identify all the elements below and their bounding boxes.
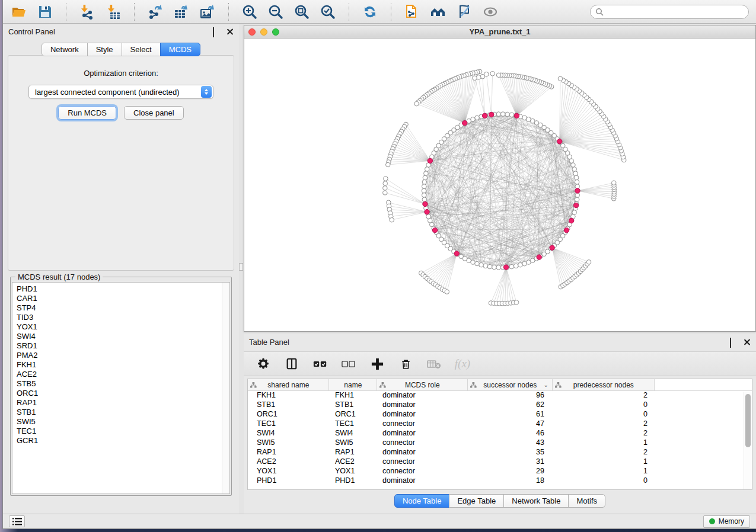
zoom-in-icon (242, 4, 257, 20)
show-graphics-button[interactable] (481, 3, 499, 21)
table-column-header[interactable]: MCDS role ⌄ (377, 379, 468, 390)
table-scrollbar[interactable] (744, 392, 752, 489)
mcds-result-item[interactable]: RAP1 (17, 398, 229, 408)
table-tab[interactable]: Network Table (503, 494, 569, 508)
function-builder-button[interactable]: f(x) (455, 356, 470, 371)
table-column-header[interactable]: predecessor nodes ⌄ (553, 379, 655, 390)
table-row[interactable]: YOX1 YOX1 connector 29 1 (248, 467, 752, 476)
select-all-button[interactable] (312, 356, 328, 371)
zoom-in-button[interactable] (241, 3, 259, 21)
import-network-button[interactable] (78, 3, 96, 21)
table-row[interactable]: FKH1 FKH1 dominator 96 2 (248, 391, 752, 400)
float-table-panel-button[interactable] (730, 338, 738, 346)
add-column-button[interactable] (369, 356, 385, 371)
deselect-all-button[interactable] (341, 356, 356, 371)
mcds-result-item[interactable]: TEC1 (17, 427, 229, 436)
mcds-result-item[interactable]: YOX1 (17, 322, 229, 332)
window-close-icon[interactable] (248, 28, 256, 36)
optimization-criterion-select[interactable]: largest connected component (undirected) (28, 85, 213, 99)
table-row[interactable]: SWI5 SWI5 connector 43 1 (248, 438, 752, 448)
control-panel-tab[interactable]: MCDS (160, 43, 200, 56)
zoom-selected-button[interactable] (319, 3, 337, 21)
close-table-panel-button[interactable] (743, 338, 751, 346)
table-row[interactable]: TEC1 TEC1 connector 47 2 (248, 419, 752, 429)
result-scrollbar[interactable] (222, 283, 229, 493)
share-document-button[interactable] (403, 3, 421, 21)
browser-button[interactable] (429, 3, 447, 21)
sort-chevron-icon: ⌄ (544, 382, 548, 388)
mcds-result-item[interactable]: GCR1 (17, 436, 229, 446)
column-visibility-button[interactable] (284, 356, 299, 371)
table-row[interactable]: STB1 STB1 dominator 62 0 (248, 400, 752, 410)
table-row[interactable]: ACE2 ACE2 connector 31 1 (248, 457, 752, 467)
close-panel-button-mcds[interactable]: Close panel (124, 106, 184, 120)
column-visibility-icon (285, 357, 298, 370)
mcds-result-item[interactable]: FKH1 (17, 360, 229, 370)
mcds-result-item[interactable]: SRD1 (17, 341, 229, 351)
export-network-button[interactable] (146, 3, 164, 21)
refresh-view-icon (362, 4, 378, 20)
table-column-header[interactable]: name ⌄ (329, 379, 377, 390)
tree-icon (470, 382, 477, 388)
refresh-view-button[interactable] (361, 3, 379, 21)
window-minimize-icon[interactable] (260, 28, 267, 36)
table-row[interactable]: PHD1 PHD1 dominator 18 0 (248, 476, 752, 486)
network-graph[interactable] (244, 39, 755, 331)
mcds-result-item[interactable]: CAR1 (17, 294, 229, 303)
table-tab[interactable]: Edge Table (449, 494, 504, 508)
hide-graphics-button[interactable] (455, 3, 473, 21)
mcds-result-item[interactable]: SWI4 (17, 332, 229, 341)
network-canvas[interactable] (244, 39, 755, 331)
table-scrollbar-thumb[interactable] (745, 394, 751, 447)
delete-table-button[interactable] (426, 356, 442, 371)
divider-grip-icon[interactable] (239, 263, 243, 271)
mcds-result-item[interactable]: PMA2 (17, 351, 229, 360)
table-row[interactable]: ORC1 ORC1 dominator 61 0 (248, 410, 752, 419)
search-input[interactable] (604, 8, 744, 16)
control-panel-tab[interactable]: Network (42, 43, 88, 56)
status-bar: Memory (3, 514, 756, 528)
table-tab[interactable]: Node Table (394, 494, 450, 508)
window-maximize-icon[interactable] (272, 28, 279, 36)
mcds-result-item[interactable]: ORC1 (17, 389, 229, 398)
import-table-button[interactable] (104, 3, 122, 21)
memory-label: Memory (719, 517, 744, 525)
mcds-panel: Optimization criterion: largest connecte… (8, 55, 234, 271)
search-field[interactable] (590, 5, 749, 19)
table-tab[interactable]: Motifs (568, 494, 605, 508)
zoom-fit-button[interactable] (293, 3, 311, 21)
task-history-button[interactable] (9, 515, 25, 527)
mcds-result-item[interactable]: STB5 (17, 379, 229, 389)
export-image-button[interactable] (199, 3, 216, 21)
save-session-button[interactable] (36, 3, 54, 21)
split-divider[interactable] (239, 24, 244, 514)
control-panel-tab[interactable]: Select (122, 43, 161, 56)
mcds-result-title: MCDS result (17 nodes) (15, 273, 103, 281)
memory-button[interactable]: Memory (703, 515, 750, 528)
mcds-result-item[interactable]: TID3 (17, 313, 229, 322)
search-icon (595, 8, 604, 16)
mcds-result-item[interactable]: STB1 (17, 408, 229, 417)
delete-column-button[interactable] (398, 356, 413, 371)
mcds-result-item[interactable]: STP4 (17, 303, 229, 313)
application-window: Control Panel NetworkStyleSelectMCDS Opt… (2, 0, 756, 529)
zoom-out-button[interactable] (267, 3, 285, 21)
mcds-result-list[interactable]: PHD1CAR1STP4TID3YOX1SWI4SRD1PMA2FKH1ACE2… (12, 282, 230, 494)
mcds-result-item[interactable]: SWI5 (17, 417, 229, 427)
export-table-icon (174, 4, 189, 20)
export-table-button[interactable] (173, 3, 190, 21)
mcds-result-item[interactable]: ACE2 (17, 370, 229, 379)
close-panel-button[interactable] (226, 28, 234, 36)
run-mcds-button[interactable]: Run MCDS (58, 106, 116, 120)
browser-icon (430, 4, 446, 20)
table-column-header[interactable]: shared name ⌄ (248, 379, 329, 390)
table-row[interactable]: RAP1 RAP1 dominator 35 2 (248, 448, 752, 457)
control-panel-tab[interactable]: Style (87, 43, 122, 56)
mcds-result-item[interactable]: PHD1 (17, 284, 229, 294)
table-column-header[interactable]: successor nodes ⌄ (468, 379, 553, 390)
network-window-titlebar[interactable]: YPA_prune.txt_1 (244, 25, 755, 39)
gear-button[interactable] (256, 356, 271, 371)
table-row[interactable]: SWI4 SWI4 dominator 46 2 (248, 429, 752, 438)
open-file-button[interactable] (10, 3, 28, 21)
float-panel-button[interactable] (213, 28, 221, 36)
